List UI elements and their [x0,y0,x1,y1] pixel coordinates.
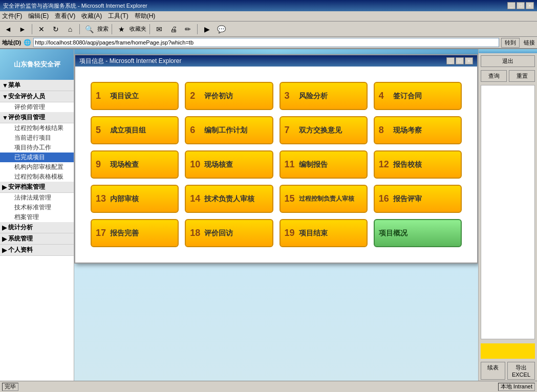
personal-expand-icon: ▶ [2,247,7,254]
sidebar-logo: 山东鲁轻安全评 [0,49,74,80]
dialog-title: 项目信息 - Microsoft Internet Explorer [79,57,181,66]
step-2-label: 评价初访 [204,92,233,101]
stop-button[interactable]: ✕ [35,24,48,35]
stats-expand-icon: ▶ [2,224,7,231]
menu-edit[interactable]: 编辑(E) [28,12,49,20]
home-button[interactable]: ⌂ [64,24,76,35]
workflow-step-4[interactable]: 4 签订合同 [374,82,462,110]
mail-button[interactable]: ✉ [153,24,165,35]
workflow-step-17[interactable]: 17 报告完善 [91,219,179,247]
sidebar-section-stats[interactable]: ▶ 统计分析 [0,222,74,233]
close-button[interactable]: × [526,2,534,9]
sidebar-item-tech-standards[interactable]: 技术标准管理 [0,203,74,212]
sidebar-section-projects[interactable]: ▼ 评价项目管理 [0,112,74,123]
app-background: 安全评价监管与咨询服务系统 项目信息 - Microsoft Internet … [74,49,478,381]
step-12-num: 12 [379,159,390,170]
sidebar-item-internal-audit-config[interactable]: 机构内部审核配置 [0,162,74,172]
menu-file[interactable]: 文件(F) [2,12,22,20]
right-panel: 退出 查询 重置 续表 导出EXCEL [478,49,537,381]
status-bar: 完毕 本地 Intranet [0,381,537,392]
sidebar-item-completed-projects[interactable]: 已完成项目 [0,153,74,162]
menu-favorites[interactable]: 收藏(A) [81,12,102,20]
workflow-step-10[interactable]: 10 现场核查 [185,150,273,179]
sidebar-item-pending-work[interactable]: 项目待办工作 [0,143,74,153]
dialog-restore-button[interactable]: □ [456,57,464,64]
sidebar-item-process-templates[interactable]: 过程控制表格模板 [0,172,74,182]
sidebar-item-archives-manage[interactable]: 档案管理 [0,212,74,222]
workflow-step-14[interactable]: 14 技术负责人审核 [185,185,273,213]
query-button[interactable]: 查询 [481,70,507,82]
search-button[interactable]: 🔍 [83,24,95,35]
sidebar-item-current-projects[interactable]: 当前进行项目 [0,133,74,143]
workflow-step-3[interactable]: 3 风险分析 [280,82,368,110]
sidebar-section-menu[interactable]: ▼ 菜单 [0,80,74,91]
step-2-num: 2 [190,91,201,101]
workflow-step-18[interactable]: 18 评价回访 [185,219,273,247]
back-button[interactable]: ◄ [2,24,14,35]
go-button[interactable]: 转到 [501,38,520,48]
step-10-label: 现场核查 [204,160,233,169]
archives-expand-icon: ▶ [2,184,7,191]
menu-bar: 文件(F) 编辑(E) 查看(V) 收藏(A) 工具(T) 帮助(H) [0,11,537,21]
sidebar-section-personal[interactable]: ▶ 个人资料 [0,245,74,256]
step-12-label: 报告校核 [393,160,422,169]
sidebar: 山东鲁轻安全评 ▼ 菜单 ▼ 安全评价人员 评价师管理 ▼ 评价项目管理 过程控… [0,49,74,381]
step-14-num: 14 [190,193,201,204]
toolbar-separator-2 [79,24,80,34]
step-6-label: 编制工作计划 [204,126,247,135]
step-13-num: 13 [96,193,107,204]
status-zone: 本地 Intranet [498,383,535,391]
workflow-step-12[interactable]: 12 报告校核 [374,150,462,179]
sidebar-item-laws[interactable]: 法律法规管理 [0,193,74,203]
step-4-label: 签订合同 [393,92,422,101]
messenger-button[interactable]: 💬 [215,24,227,35]
favorites-button[interactable]: ★ [115,24,127,35]
workflow-step-5[interactable]: 5 成立项目组 [91,116,179,144]
forward-button[interactable]: ► [16,24,29,35]
sidebar-section-archives[interactable]: ▶ 安评档案管理 [0,182,74,193]
menu-tools[interactable]: 工具(T) [108,12,128,20]
workflow-step-13[interactable]: 13 内部审核 [91,185,179,213]
right-highlight-area [481,343,535,359]
workflow-step-6[interactable]: 6 编制工作计划 [185,116,273,144]
reset-button[interactable]: 重置 [509,70,535,82]
sidebar-item-evaluator-manage[interactable]: 评价师管理 [0,102,74,112]
print-button[interactable]: 🖨 [167,24,180,35]
workflow-step-2[interactable]: 2 评价初访 [185,82,273,110]
sidebar-item-process-control[interactable]: 过程控制考核结果 [0,123,74,133]
logout-button[interactable]: 退出 [481,55,535,67]
menu-view[interactable]: 查看(V) [55,12,75,20]
workflow-step-16[interactable]: 16 报告评审 [374,185,462,213]
restore-button[interactable]: □ [517,2,525,9]
browser-window: 安全评价监管与咨询服务系统 - Microsoft Internet Explo… [0,0,537,392]
dialog-minimize-button[interactable]: _ [446,57,455,64]
export-excel-button[interactable]: 导出EXCEL [507,362,535,380]
step-8-num: 8 [379,125,390,136]
step-7-label: 双方交换意见 [299,126,342,135]
continue-table-button[interactable]: 续表 [481,362,505,380]
address-bar: 地址(D) 🌐 转到 链接 [0,37,537,49]
sidebar-section-system[interactable]: ▶ 系统管理 [0,233,74,245]
workflow-step-8[interactable]: 8 现场考察 [374,116,462,144]
workflow-step-7[interactable]: 7 双方交换意见 [280,116,368,144]
title-bar: 安全评价监管与咨询服务系统 - Microsoft Internet Explo… [0,0,537,11]
workflow-step-11[interactable]: 11 编制报告 [280,150,368,179]
address-input[interactable] [33,38,499,47]
step-19-num: 19 [285,228,296,238]
refresh-button[interactable]: ↻ [50,24,62,35]
step-3-num: 3 [285,91,296,101]
workflow-step-1[interactable]: 1 项目设立 [91,82,179,110]
menu-help[interactable]: 帮助(H) [135,12,156,20]
edit-button[interactable]: ✏ [182,24,194,35]
step-18-label: 评价回访 [204,229,233,238]
step-4-num: 4 [379,91,390,101]
workflow-step-19[interactable]: 19 项目结束 [280,219,368,247]
minimize-button[interactable]: _ [507,2,515,9]
dialog-close-button[interactable]: × [465,57,473,64]
media-button[interactable]: ▶ [201,24,213,35]
workflow-step-9[interactable]: 9 现场检查 [91,150,179,179]
workflow-step-15[interactable]: 15 过程控制负责人审核 [280,185,368,213]
sidebar-section-evaluators[interactable]: ▼ 安全评价人员 [0,91,74,102]
workflow-step-overview[interactable]: 项目概况 [374,219,462,247]
step-17-label: 报告完善 [110,229,139,238]
